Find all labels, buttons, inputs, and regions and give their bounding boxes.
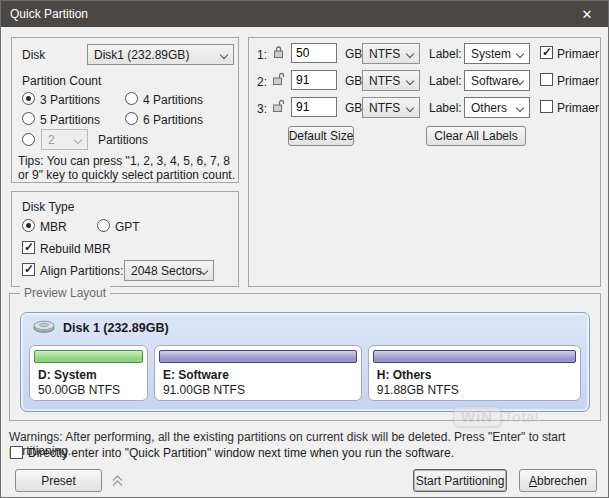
tips-text: Tips: You can press "1, 2, 3, 4, 5, 6, 7… — [18, 154, 236, 182]
lock-open-icon[interactable] — [272, 99, 285, 113]
disk-select[interactable]: Disk1 (232.89GB) — [87, 44, 234, 65]
align-partitions-label: Align Partitions: — [40, 264, 123, 278]
partition-info: 91.88GB NTFS — [377, 383, 576, 397]
directly-enter-label: Directly enter into "Quick Partition" wi… — [28, 446, 454, 460]
partition-name: H: Others — [377, 368, 576, 382]
title-bar: Quick Partition ✕ — [1, 1, 608, 27]
custom-partition-count-select: 2 — [41, 129, 88, 150]
radio-4-partitions[interactable] — [125, 92, 138, 105]
radio-5-partitions[interactable] — [22, 112, 35, 125]
preset-expand-icon[interactable] — [109, 472, 126, 492]
rebuild-mbr-label: Rebuild MBR — [40, 242, 111, 256]
partition-info: 91.00GB NTFS — [163, 383, 357, 397]
disk-type-title: Disk Type — [22, 200, 74, 214]
chevron-down-icon — [516, 104, 524, 112]
radio-3-partitions[interactable] — [22, 92, 35, 105]
radio-mbr[interactable] — [22, 219, 35, 232]
radio-custom-partitions[interactable] — [22, 133, 35, 146]
primary-checkbox-1[interactable] — [540, 46, 553, 59]
unit-label-2: GB — [345, 74, 362, 88]
label-caption-2: Label: — [429, 74, 462, 88]
label-select-2[interactable]: Software — [464, 70, 530, 91]
radio-6-partitions[interactable] — [125, 112, 138, 125]
fs-select-2[interactable]: NTFS — [362, 70, 420, 91]
align-sectors-select[interactable]: 2048 Sectors — [124, 260, 214, 281]
preview-disk-panel: Disk 1 (232.89GB) D: System 50.00GB NTFS… — [20, 312, 590, 412]
chevron-down-icon — [406, 50, 414, 58]
chevron-down-icon — [220, 51, 228, 59]
default-size-button[interactable]: Default Size — [288, 126, 354, 146]
directly-enter-checkbox[interactable] — [10, 446, 23, 459]
radio-mbr-label: MBR — [40, 220, 67, 234]
partition-color-bar — [373, 350, 576, 363]
size-input-2[interactable] — [291, 70, 337, 90]
lock-open-icon[interactable] — [272, 72, 285, 86]
unit-label-1: GB — [345, 47, 362, 61]
primary-label-3: Primaer — [557, 101, 599, 115]
size-input-1[interactable] — [291, 43, 337, 63]
clear-all-labels-button[interactable]: Clear All Labels — [426, 126, 526, 146]
radio-4-partitions-label: 4 Partitions — [143, 93, 203, 107]
partition-card-software[interactable]: E: Software 91.00GB NTFS — [154, 345, 362, 401]
window-title: Quick Partition — [10, 7, 88, 21]
radio-5-partitions-label: 5 Partitions — [40, 113, 100, 127]
partition-rows-groupbox: 1: GB NTFS Label: System Primaer 2: GB N… — [248, 37, 601, 287]
lock-closed-icon[interactable] — [272, 45, 285, 59]
preview-layout-title: Preview Layout — [20, 286, 110, 300]
cancel-button[interactable]: Abbrechen — [519, 469, 597, 492]
partition-count-label: Partition Count — [22, 74, 101, 88]
rebuild-mbr-checkbox[interactable] — [22, 241, 35, 254]
primary-label-1: Primaer — [557, 47, 599, 61]
label-select-3[interactable]: Others — [464, 97, 530, 118]
partition-name: D: System — [38, 368, 143, 382]
label-caption-3: Label: — [429, 101, 462, 115]
custom-partitions-suffix: Partitions — [98, 133, 148, 147]
disk-icon — [33, 320, 55, 336]
disk-type-groupbox: Disk Type MBR GPT Rebuild MBR Align Part… — [11, 191, 239, 287]
row-3-index: 3: — [257, 102, 267, 116]
preview-disk-title: Disk 1 (232.89GB) — [63, 321, 169, 335]
primary-checkbox-3[interactable] — [540, 100, 553, 113]
primary-checkbox-2[interactable] — [540, 73, 553, 86]
size-input-3[interactable] — [291, 97, 337, 117]
partition-info: 50.00GB NTFS — [38, 383, 143, 397]
start-partitioning-button[interactable]: Start Partitioning — [413, 469, 507, 492]
partition-card-system[interactable]: D: System 50.00GB NTFS — [29, 345, 148, 401]
align-partitions-checkbox[interactable] — [22, 263, 35, 276]
unit-label-3: GB — [345, 101, 362, 115]
radio-6-partitions-label: 6 Partitions — [143, 113, 203, 127]
fs-select-3[interactable]: NTFS — [362, 97, 420, 118]
primary-label-2: Primaer — [557, 74, 599, 88]
partition-card-others[interactable]: H: Others 91.88GB NTFS — [368, 345, 581, 401]
close-icon[interactable]: ✕ — [566, 1, 608, 27]
disk-label: Disk — [22, 48, 45, 62]
partition-name: E: Software — [163, 368, 357, 382]
partition-color-bar — [159, 350, 357, 363]
row-1-index: 1: — [257, 48, 267, 62]
label-caption-1: Label: — [429, 47, 462, 61]
label-select-1[interactable]: System — [464, 43, 530, 64]
chevron-down-icon — [516, 50, 524, 58]
fs-select-1[interactable]: NTFS — [362, 43, 420, 64]
radio-3-partitions-label: 3 Partitions — [40, 93, 100, 107]
radio-gpt-label: GPT — [115, 220, 140, 234]
radio-gpt[interactable] — [97, 219, 110, 232]
disk-groupbox: Disk Disk1 (232.89GB) Partition Count 3 … — [11, 37, 239, 183]
preview-layout-groupbox: Preview Layout Disk 1 (232.89GB) D: Syst… — [9, 293, 601, 421]
chevron-down-icon — [406, 104, 414, 112]
row-2-index: 2: — [257, 75, 267, 89]
partition-color-bar — [34, 350, 143, 363]
chevron-down-icon — [406, 77, 414, 85]
quick-partition-dialog: Quick Partition ✕ Disk Disk1 (232.89GB) … — [0, 0, 609, 498]
chevron-down-icon — [74, 136, 82, 144]
preset-button[interactable]: Preset — [15, 469, 102, 492]
